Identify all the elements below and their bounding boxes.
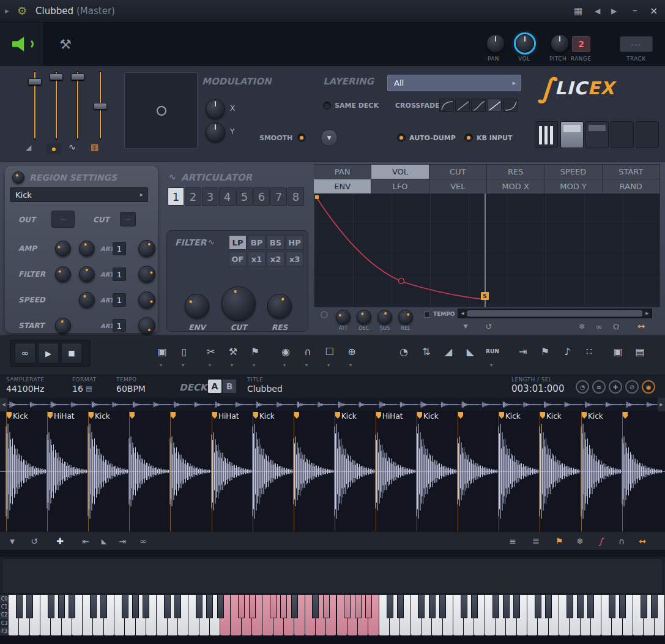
preset-drop-button[interactable]: ▼ (321, 129, 338, 146)
slice-menu-button[interactable]: ▼ (5, 535, 20, 547)
audio-enable-tile[interactable] (0, 23, 44, 66)
black-key[interactable] (439, 595, 446, 618)
magnet-button[interactable]: ∩ (614, 535, 629, 547)
stretch-button[interactable]: ↔ (635, 535, 650, 547)
envelope-start-point[interactable] (315, 195, 319, 199)
slice-marker[interactable] (458, 411, 458, 531)
region-out-field[interactable]: ··· (51, 211, 75, 228)
slice-marker[interactable] (622, 411, 623, 531)
goto-start-button[interactable]: ⇤ (78, 535, 93, 547)
black-key[interactable] (344, 595, 351, 618)
marker-tool-button[interactable]: ⚑ (245, 342, 265, 361)
audition-button[interactable]: Ω (609, 321, 623, 332)
slice-marker[interactable]: Kick (6, 411, 7, 531)
send-to-button[interactable]: ⇥ (513, 342, 533, 361)
envelope-mid-point[interactable] (399, 279, 404, 284)
smooth-radio[interactable] (297, 133, 306, 142)
region-start-art-value[interactable]: 1 (113, 319, 126, 332)
black-key[interactable] (492, 595, 499, 618)
normalize-button[interactable]: ⇅ (417, 342, 436, 361)
fade-in-button[interactable]: ◢ (439, 342, 458, 361)
fader-1-handle[interactable] (28, 78, 42, 85)
fade-out-button[interactable]: ◣ (461, 342, 480, 361)
fader-2-track[interactable] (55, 71, 58, 140)
articulator-slot-8[interactable]: 8 (288, 187, 304, 206)
dump-notes-button[interactable]: ♪ (557, 342, 577, 361)
deck-view-button-2[interactable] (560, 121, 584, 148)
link-env-button[interactable]: ∞ (592, 321, 606, 332)
black-key[interactable] (249, 595, 256, 618)
black-key[interactable] (355, 595, 362, 618)
next-window-button[interactable]: ▶ (611, 7, 617, 15)
crossfade-curve-3[interactable] (471, 99, 486, 112)
slice-marker[interactable]: Kick (581, 411, 582, 531)
fader-3-handle[interactable] (71, 73, 84, 80)
black-key[interactable] (196, 595, 202, 618)
fader-3-track[interactable] (76, 71, 79, 140)
region-amp-knob1[interactable] (55, 241, 71, 256)
dial-button[interactable]: ◉ (642, 380, 655, 394)
zoom-button[interactable]: ⊕ (342, 342, 362, 361)
freeze-env-button[interactable]: ❄ (575, 321, 589, 332)
slice-marker[interactable] (294, 411, 294, 531)
grid-icon[interactable]: ▦ (574, 6, 582, 17)
black-key[interactable] (587, 595, 594, 618)
tempo-checkbox[interactable] (424, 312, 430, 318)
stop-button[interactable]: ■ (61, 343, 82, 364)
envelope-graph[interactable]: S (314, 193, 660, 307)
envelope-scrollbar[interactable]: ◀ ▶ (458, 309, 652, 318)
black-key[interactable] (143, 595, 149, 618)
filter-type-bp[interactable]: BP (248, 235, 266, 250)
envelope-knob-sus[interactable] (377, 310, 392, 324)
waveform-editor[interactable]: KickHiHatKickHiHatKickKickHiHatKickKickK… (0, 411, 665, 531)
envelope-menu-button[interactable]: ▼ (459, 321, 472, 332)
fader-ramp-icon[interactable]: ◢ (26, 143, 31, 152)
minimize-button[interactable]: – (633, 5, 637, 16)
articulator-slot-1[interactable]: 1 (168, 187, 184, 206)
slide-curve-button[interactable]: ∫ (593, 535, 608, 547)
envelope-tab-speed[interactable]: SPEED (544, 165, 602, 179)
envelope-tab-mod-y[interactable]: MOD Y (544, 179, 602, 194)
deck-view-button-5[interactable] (636, 121, 659, 148)
tempo-value[interactable]: 60BPM (116, 384, 146, 394)
slice-marker[interactable]: Kick (88, 411, 89, 531)
black-key[interactable] (545, 595, 552, 618)
crossfade-curve-2[interactable] (455, 99, 470, 112)
deck-view-button-4[interactable] (611, 121, 634, 148)
black-key[interactable] (291, 595, 298, 618)
black-key[interactable] (238, 595, 245, 618)
black-key[interactable] (641, 595, 647, 618)
save-sample-button[interactable]: ▣ (152, 342, 172, 361)
filter-os-of[interactable]: OF (229, 252, 247, 266)
envelope-loop-toggle[interactable] (321, 311, 328, 318)
envelope-tab-mod-x[interactable]: MOD X (487, 179, 544, 194)
articulator-knob-cut[interactable] (221, 286, 256, 321)
event-list-button[interactable]: ≡ (592, 380, 606, 394)
run-caret-icon[interactable]: ▾ (490, 362, 492, 368)
slice-marker[interactable]: Kick (540, 411, 540, 531)
region-list-button[interactable]: ≣ (529, 535, 543, 547)
crossfade-curve-4[interactable] (487, 99, 502, 112)
xy-pad-handle[interactable] (157, 106, 166, 116)
stretch-env-button[interactable]: ↔ (634, 321, 648, 332)
black-key[interactable] (651, 595, 658, 618)
disc-spin-button[interactable]: ◔ (576, 380, 589, 394)
black-key[interactable] (270, 595, 277, 618)
region-amp-knob2[interactable] (79, 241, 95, 256)
region-cut-field[interactable]: ··· (120, 212, 136, 227)
view-caret-icon[interactable]: ▾ (283, 362, 286, 368)
black-key[interactable] (619, 595, 626, 618)
slice-reset-button[interactable]: ↺ (27, 535, 42, 547)
envelope-reset-button[interactable]: ↺ (482, 321, 496, 332)
black-key[interactable] (323, 595, 330, 618)
black-key[interactable] (217, 595, 224, 618)
save-caret-icon[interactable]: ▾ (160, 362, 162, 368)
black-key[interactable] (397, 595, 404, 618)
region-filter-art-knob[interactable] (138, 266, 155, 283)
slice-marker[interactable] (129, 411, 130, 531)
black-key[interactable] (418, 595, 425, 618)
fader-dot-button[interactable]: ● (46, 143, 61, 154)
disable-button[interactable]: ⊘ (625, 380, 639, 394)
black-key[interactable] (577, 595, 584, 618)
new-caret-icon[interactable]: ▾ (182, 362, 184, 368)
